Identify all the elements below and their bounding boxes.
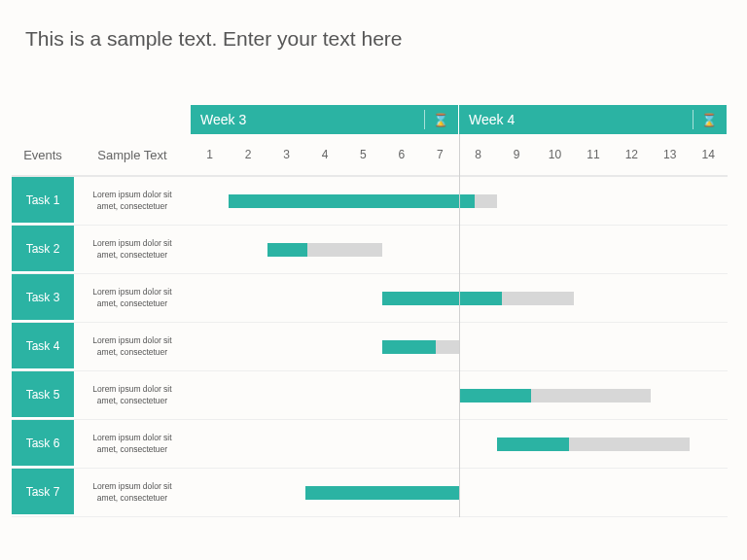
- day-cell: 8: [459, 134, 497, 175]
- gantt-bar-progress: [382, 340, 436, 354]
- task-label: Task 2: [12, 226, 74, 273]
- gantt-bar-progress: [305, 486, 459, 500]
- day-cell: 13: [651, 134, 689, 175]
- task-row: Task 2Lorem ipsum dolor sit amet, consec…: [12, 226, 728, 274]
- task-row: Task 4Lorem ipsum dolor sit amet, consec…: [12, 323, 728, 371]
- task-description: Lorem ipsum dolor sit amet, consectetuer: [74, 469, 191, 516]
- task-label: Task 7: [12, 469, 74, 516]
- gantt-bar: [229, 194, 497, 208]
- task-row: Task 3Lorem ipsum dolor sit amet, consec…: [12, 274, 728, 323]
- gantt-bar: [497, 438, 689, 451]
- gantt-bar-progress: [497, 438, 569, 451]
- week-label: Week 3: [200, 112, 246, 127]
- gantt-bar-progress: [267, 243, 307, 257]
- day-cell: 4: [305, 134, 343, 175]
- day-cell: 7: [421, 134, 459, 175]
- gantt-bar-progress: [382, 292, 502, 305]
- task-label: Task 6: [12, 420, 74, 468]
- gantt-bar: [382, 292, 574, 305]
- gantt-bar: [267, 243, 382, 257]
- gantt-bar-progress: [459, 389, 531, 402]
- week-label: Week 4: [469, 112, 515, 127]
- task-description: Lorem ipsum dolor sit amet, consectetuer: [74, 177, 191, 225]
- task-label: Task 1: [12, 177, 74, 225]
- day-cell: 9: [497, 134, 535, 175]
- day-cell: 1: [191, 134, 229, 175]
- day-cell: 10: [536, 134, 574, 175]
- day-cell: 12: [613, 134, 651, 175]
- hourglass-icon: ⌛: [433, 113, 448, 127]
- week-divider: [459, 134, 460, 517]
- day-cell: 11: [574, 134, 612, 175]
- task-label: Task 4: [12, 323, 74, 370]
- week-header-row: Week 3 ⌛ Week 4 ⌛: [12, 105, 728, 134]
- task-description: Lorem ipsum dolor sit amet, consectetuer: [74, 371, 191, 419]
- week-header-3: Week 3 ⌛: [191, 105, 459, 134]
- day-cell: 3: [267, 134, 305, 175]
- page-title: This is a sample text. Enter your text h…: [25, 27, 403, 51]
- sample-column-header: Sample Text: [74, 134, 191, 175]
- events-column-header: Events: [12, 134, 74, 175]
- gantt-bar: [459, 389, 651, 402]
- task-description: Lorem ipsum dolor sit amet, consectetuer: [74, 323, 191, 370]
- hourglass-icon: ⌛: [701, 113, 717, 127]
- task-row: Task 5Lorem ipsum dolor sit amet, consec…: [12, 371, 728, 420]
- gantt-chart: Week 3 ⌛ Week 4 ⌛ Events Sample Text 123…: [12, 105, 728, 517]
- day-cell: 14: [689, 134, 727, 175]
- task-label: Task 3: [12, 274, 74, 322]
- task-row: Task 7Lorem ipsum dolor sit amet, consec…: [12, 469, 728, 517]
- task-description: Lorem ipsum dolor sit amet, consectetuer: [74, 420, 191, 468]
- day-header-row: Events Sample Text 1234567891011121314: [12, 134, 728, 177]
- task-row: Task 1Lorem ipsum dolor sit amet, consec…: [12, 177, 728, 226]
- day-cell: 2: [229, 134, 267, 175]
- task-row: Task 6Lorem ipsum dolor sit amet, consec…: [12, 420, 728, 469]
- gantt-bar: [305, 486, 459, 500]
- week-header-4: Week 4 ⌛: [459, 105, 728, 134]
- gantt-bar-progress: [229, 194, 475, 208]
- gantt-bar: [382, 340, 459, 354]
- day-cell: 5: [344, 134, 382, 175]
- task-description: Lorem ipsum dolor sit amet, consectetuer: [74, 274, 191, 322]
- day-cell: 6: [382, 134, 420, 175]
- task-description: Lorem ipsum dolor sit amet, consectetuer: [74, 226, 191, 273]
- task-label: Task 5: [12, 371, 74, 419]
